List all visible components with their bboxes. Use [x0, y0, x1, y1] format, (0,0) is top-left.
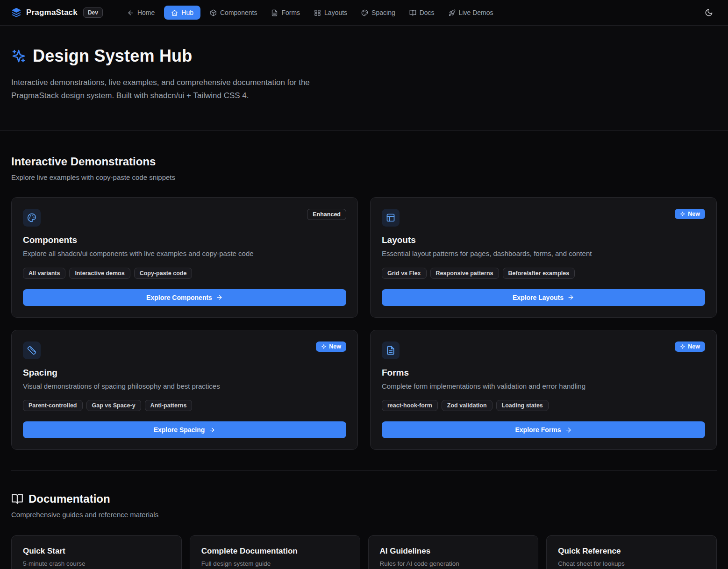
tag: Parent-controlled	[23, 400, 83, 411]
nav-item-components[interactable]: Components	[205, 6, 262, 20]
tag: Grid vs Flex	[382, 268, 427, 279]
book-open-icon	[409, 9, 416, 16]
explore-spacing-button[interactable]: Explore Spacing	[23, 421, 346, 438]
file-text-icon	[382, 341, 400, 359]
doc-card-subtitle: Full design system guide	[201, 560, 349, 567]
layout-grid-icon	[314, 9, 321, 16]
new-badge: New	[316, 341, 346, 352]
docs-subheading: Comprehensive guides and reference mater…	[11, 511, 717, 519]
nav-item-hub[interactable]: Hub	[164, 6, 200, 20]
sparkles-icon	[680, 344, 685, 349]
demo-card-forms[interactable]: New Forms Complete form implementations …	[370, 330, 717, 450]
brand[interactable]: PragmaStack Dev	[11, 7, 103, 18]
demo-card-components[interactable]: Enhanced Components Explore all shadcn/u…	[11, 197, 358, 318]
tag: Gap vs Space-y	[86, 400, 141, 411]
book-open-icon	[11, 493, 23, 505]
demo-card-grid: Enhanced Components Explore all shadcn/u…	[11, 197, 717, 450]
demos-section: Interactive Demonstrations Explore live …	[0, 131, 728, 450]
card-title: Layouts	[382, 235, 705, 245]
ruler-icon	[23, 341, 41, 359]
panels-layout-icon	[382, 209, 400, 227]
demos-heading: Interactive Demonstrations	[11, 155, 717, 168]
arrow-right-icon	[216, 294, 223, 301]
badge-label: New	[688, 343, 700, 350]
explore-layouts-button[interactable]: Explore Layouts	[382, 289, 705, 306]
doc-card-ai-guidelines[interactable]: AI Guidelines Rules for AI code generati…	[368, 535, 539, 569]
docs-section: Documentation Comprehensive guides and r…	[0, 471, 728, 569]
nav-label: Home	[137, 9, 155, 16]
palette-icon	[23, 209, 41, 227]
nav-label: Layouts	[324, 9, 347, 16]
doc-card-subtitle: 5-minute crash course	[23, 560, 170, 567]
tag: All variants	[23, 268, 65, 279]
nav-item-spacing[interactable]: Spacing	[357, 6, 400, 20]
palette-icon	[361, 9, 368, 16]
doc-card-subtitle: Cheat sheet for lookups	[558, 560, 705, 567]
hero-subtitle: Interactive demonstrations, live example…	[11, 76, 359, 102]
button-label: Explore Forms	[515, 426, 561, 434]
explore-forms-button[interactable]: Explore Forms	[382, 421, 705, 438]
tag: Copy-paste code	[134, 268, 193, 279]
nav-item-home[interactable]: Home	[122, 6, 159, 20]
badge-label: New	[329, 343, 341, 350]
arrow-left-icon	[127, 9, 134, 16]
nav-item-docs[interactable]: Docs	[405, 6, 439, 20]
moon-icon	[705, 8, 713, 17]
tag-row: react-hook-form Zod validation Loading s…	[382, 400, 705, 411]
tag: Zod validation	[442, 400, 492, 411]
doc-card-quick-start[interactable]: Quick Start 5-minute crash course	[11, 535, 182, 569]
badge-label: New	[688, 211, 700, 217]
tag: Anti-patterns	[145, 400, 193, 411]
card-description: Complete form implementations with valid…	[382, 381, 705, 392]
new-badge: New	[675, 341, 705, 352]
rocket-icon	[449, 9, 456, 16]
home-icon	[171, 9, 178, 16]
brand-name: PragmaStack	[26, 8, 78, 17]
nav-item-layouts[interactable]: Layouts	[309, 6, 352, 20]
enhanced-badge: Enhanced	[307, 209, 346, 220]
card-description: Essential layout patterns for pages, das…	[382, 249, 705, 259]
card-title: Spacing	[23, 368, 346, 378]
docs-heading: Documentation	[29, 492, 110, 505]
doc-card-title: Quick Start	[23, 547, 170, 556]
box-icon	[210, 9, 217, 16]
card-title: Forms	[382, 368, 705, 378]
tag: Before/after examples	[503, 268, 575, 279]
doc-card-quick-reference[interactable]: Quick Reference Cheat sheet for lookups	[546, 535, 717, 569]
nav-label: Docs	[420, 9, 435, 16]
nav-item-forms[interactable]: Forms	[266, 6, 305, 20]
doc-card-title: AI Guidelines	[380, 547, 527, 556]
nav-menu: Home Hub Components Forms Layouts	[122, 6, 498, 20]
sparkles-icon	[11, 49, 26, 64]
tag: Loading states	[496, 400, 549, 411]
arrow-right-icon	[565, 427, 572, 434]
arrow-right-icon	[208, 427, 215, 434]
nav-item-live-demos[interactable]: Live Demos	[444, 6, 498, 20]
sparkles-icon	[321, 344, 327, 349]
tag: Interactive demos	[69, 268, 130, 279]
tag-row: Parent-controlled Gap vs Space-y Anti-pa…	[23, 400, 346, 411]
demo-card-spacing[interactable]: New Spacing Visual demonstrations of spa…	[11, 330, 358, 450]
nav-label: Hub	[181, 9, 193, 16]
card-description: Explore all shadcn/ui components with li…	[23, 249, 346, 259]
nav-label: Live Demos	[459, 9, 493, 16]
button-label: Explore Layouts	[513, 294, 564, 301]
theme-toggle-button[interactable]	[701, 5, 717, 21]
card-title: Components	[23, 235, 346, 245]
doc-card-title: Quick Reference	[558, 547, 705, 556]
button-label: Explore Spacing	[154, 426, 205, 434]
docs-card-grid: Quick Start 5-minute crash course Comple…	[11, 535, 717, 569]
card-description: Visual demonstrations of spacing philoso…	[23, 381, 346, 392]
dev-badge: Dev	[83, 7, 103, 18]
explore-components-button[interactable]: Explore Components	[23, 289, 346, 306]
demo-card-layouts[interactable]: New Layouts Essential layout patterns fo…	[370, 197, 717, 318]
demos-subheading: Explore live examples with copy-paste co…	[11, 173, 717, 181]
nav-label: Forms	[281, 9, 300, 16]
top-navbar: PragmaStack Dev Home Hub Components Fo	[0, 0, 728, 26]
file-text-icon	[271, 9, 278, 16]
doc-card-complete-documentation[interactable]: Complete Documentation Full design syste…	[190, 535, 360, 569]
sparkles-icon	[680, 211, 685, 217]
button-label: Explore Components	[146, 294, 212, 301]
nav-label: Components	[220, 9, 257, 16]
arrow-right-icon	[567, 294, 574, 301]
